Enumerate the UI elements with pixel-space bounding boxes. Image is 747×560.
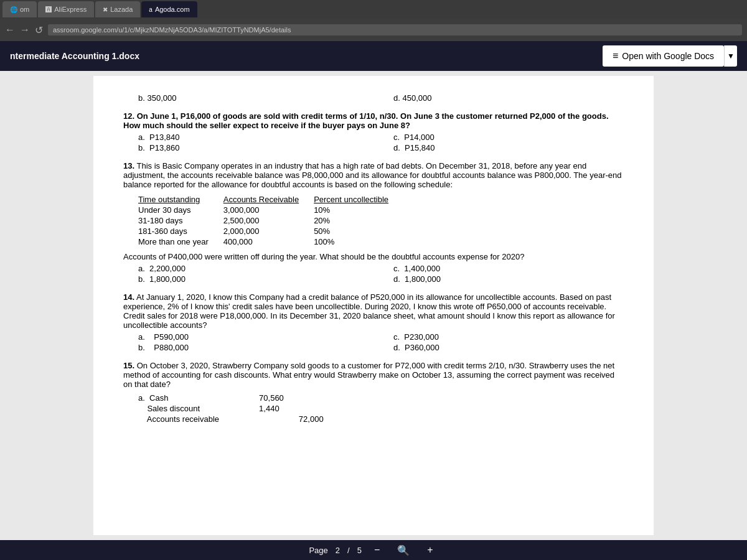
q15-entry: a. Cash 70,560 Sales discount 1,440 Acco… — [138, 393, 624, 424]
open-with-group: ≡ Open with Google Docs ▼ — [603, 45, 737, 67]
zoom-in-button[interactable]: + — [422, 543, 438, 557]
tab-lazada-icon: ✖ — [103, 6, 108, 13]
q13-number: 13. — [123, 161, 134, 170]
open-with-dropdown-button[interactable]: ▼ — [724, 45, 737, 67]
col-time: Time outstanding — [138, 194, 223, 205]
open-with-google-docs-button[interactable]: ≡ Open with Google Docs — [603, 45, 724, 67]
refresh-icon[interactable]: ↺ — [35, 24, 43, 36]
row1-time: Under 30 days — [138, 205, 223, 215]
q13-option-a: a. 2,200,000 — [138, 264, 369, 273]
q12-option-c: c. P14,000 — [393, 133, 624, 142]
q11-option-d: d. 450,000 — [393, 93, 624, 103]
page-separator: / — [347, 546, 350, 555]
q13-followup: Accounts of P400,000 were written off du… — [123, 252, 624, 261]
toolbar: ntermediate Accounting 1.docx ≡ Open wit… — [0, 41, 747, 71]
tab-aliexpress[interactable]: 🅰 AliExpress — [38, 1, 94, 17]
dropdown-arrow-icon: ▼ — [727, 52, 735, 60]
tab-agoda[interactable]: a Agoda.com — [141, 1, 197, 17]
q14-body: At January 1, 2020, I know this Company … — [123, 292, 615, 330]
tab-lazada[interactable]: ✖ Lazada — [95, 1, 140, 17]
entry-row-discount: Sales discount 1,440 — [138, 403, 324, 414]
tab-om-label: om — [20, 6, 29, 13]
document-page: b. 350,000 d. 450,000 12. On June 1, P16… — [93, 76, 654, 535]
question-12: 12. On June 1, P16,000 of goods are sold… — [123, 111, 624, 152]
q12-option-d: d. P15,840 — [393, 143, 624, 152]
question-13: 13. This is Basic Company operates in an… — [123, 161, 624, 284]
q12-option-b: b. P13,860 — [138, 143, 369, 152]
zoom-out-button[interactable]: − — [369, 543, 385, 557]
tab-aliexpress-icon: 🅰 — [45, 6, 52, 13]
table-header-row: Time outstanding Accounts Receivable Per… — [138, 194, 403, 205]
q12-text: 12. On June 1, P16,000 of goods are sold… — [123, 111, 624, 130]
row3-ar: 2,000,000 — [223, 226, 314, 236]
entry-cash-credit — [299, 393, 324, 403]
q11-answers: b. 350,000 d. 450,000 — [123, 93, 624, 103]
row4-ar: 400,000 — [223, 236, 314, 247]
tab-lazada-label: Lazada — [110, 6, 133, 13]
entry-discount-debit: 1,440 — [244, 403, 299, 414]
docs-icon: ≡ — [613, 50, 618, 62]
row2-ar: 2,500,000 — [223, 215, 314, 226]
q11-options: b. 350,000 d. 450,000 — [138, 93, 624, 103]
back-icon[interactable]: ← — [5, 24, 15, 35]
entry-ar-credit: 72,000 — [299, 414, 324, 424]
q11-option-b: b. 350,000 — [138, 93, 369, 103]
q13-option-c: c. 1,400,000 — [393, 264, 624, 273]
tab-agoda-icon: a — [149, 6, 153, 13]
row3-time: 181-360 days — [138, 226, 223, 236]
q13-options: a. 2,200,000 c. 1,400,000 b. 1,800,000 d… — [138, 264, 624, 284]
q13-table: Time outstanding Accounts Receivable Per… — [138, 194, 403, 247]
q15-text: 15. On October 3, 2020, Strawberry Compa… — [123, 361, 624, 389]
entry-ar-debit — [244, 414, 299, 424]
tab-agoda-label: Agoda.com — [155, 6, 190, 13]
document-area: b. 350,000 d. 450,000 12. On June 1, P16… — [0, 71, 747, 540]
browser-bar: ← → ↺ assroom.google.com/u/1/c/MjkzNDMzN… — [0, 19, 747, 41]
q15-body: On October 3, 2020, Strawberry Company s… — [123, 361, 614, 389]
q12-options: a. P13,840 c. P14,000 b. P13,860 d. P15,… — [138, 133, 624, 152]
q14-option-c: c. P230,000 — [393, 332, 624, 342]
question-15: 15. On October 3, 2020, Strawberry Compa… — [123, 361, 624, 424]
page-label: Page — [309, 546, 327, 555]
row1-pct: 10% — [314, 205, 403, 215]
tab-aliexpress-label: AliExpress — [54, 6, 87, 13]
row2-time: 31-180 days — [138, 215, 223, 226]
bottom-bar: Page 2 / 5 − 🔍 + — [0, 540, 747, 560]
q13-text: 13. This is Basic Company operates in an… — [123, 161, 624, 189]
q12-body: On June 1, P16,000 of goods are sold wit… — [123, 111, 609, 130]
q13-body: This is Basic Company operates in an ind… — [123, 161, 622, 189]
q12-number: 12. — [123, 111, 134, 121]
row2-pct: 20% — [314, 215, 403, 226]
doc-title: ntermediate Accounting 1.docx — [10, 51, 139, 61]
row3-pct: 50% — [314, 226, 403, 236]
row4-time: More than one year — [138, 236, 223, 247]
q14-options: a. P590,000 c. P230,000 b. P880,000 d. P… — [138, 332, 624, 352]
entry-discount-label: Sales discount — [138, 403, 244, 414]
entry-row-ar: Accounts receivable 72,000 — [138, 414, 324, 424]
search-button[interactable]: 🔍 — [392, 543, 415, 558]
tab-om[interactable]: 🌐 om — [2, 1, 37, 17]
table-row: More than one year 400,000 100% — [138, 236, 403, 247]
journal-entry-table: a. Cash 70,560 Sales discount 1,440 Acco… — [138, 393, 324, 424]
toolbar-left: ntermediate Accounting 1.docx — [10, 51, 139, 61]
url-bar[interactable]: assroom.google.com/u/1/c/MjkzNDMzNjA5ODA… — [48, 24, 742, 35]
question-14: 14. At January 1, 2020, I know this Comp… — [123, 292, 624, 352]
forward-icon[interactable]: → — [20, 24, 30, 35]
col-pct: Percent uncollectible — [314, 194, 403, 205]
entry-cash-debit: 70,560 — [244, 393, 299, 403]
row1-ar: 3,000,000 — [223, 205, 314, 215]
tab-bar: 🌐 om 🅰 AliExpress ✖ Lazada a Agoda.com — [0, 0, 747, 19]
col-ar: Accounts Receivable — [223, 194, 314, 205]
q14-number: 14. — [123, 292, 134, 302]
page-current: 2 — [336, 546, 340, 555]
q14-option-b: b. P880,000 — [138, 343, 369, 352]
row4-pct: 100% — [314, 236, 403, 247]
q12-option-a: a. P13,840 — [138, 133, 369, 142]
open-with-label: Open with Google Docs — [622, 51, 714, 61]
q14-option-d: d. P360,000 — [393, 343, 624, 352]
tab-om-icon: 🌐 — [10, 6, 17, 13]
table-row: 181-360 days 2,000,000 50% — [138, 226, 403, 236]
entry-discount-credit — [299, 403, 324, 414]
q14-text: 14. At January 1, 2020, I know this Comp… — [123, 292, 624, 330]
entry-ar-label: Accounts receivable — [138, 414, 244, 424]
q15-number: 15. — [123, 361, 134, 370]
